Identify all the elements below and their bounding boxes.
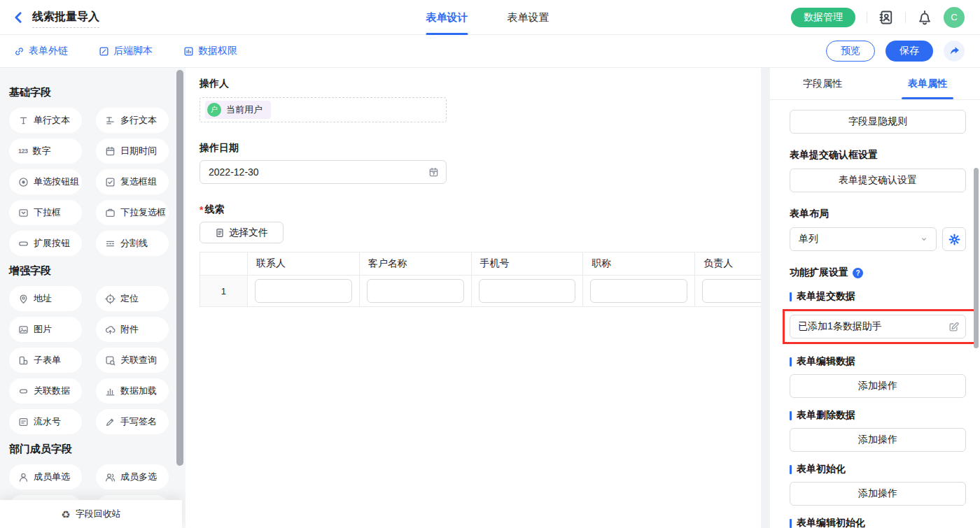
field-item-关联查询[interactable]: 关联查询	[96, 348, 169, 373]
field-item-关联数据[interactable]: 关联数据	[9, 378, 82, 404]
add-action-button-表单编辑数据[interactable]: 添加操作	[790, 374, 966, 398]
body: 基础字段单行文本多行文本123数字日期时间单选按钮组复选框组下拉框下拉复选框扩展…	[0, 68, 980, 528]
clue-table: 联系人客户名称手机号职称负责人1	[200, 252, 761, 307]
field-item-子表单[interactable]: 子表单	[9, 348, 82, 373]
ext-section-title-表单编辑数据: 表单编辑数据	[790, 355, 966, 368]
ext-section-title-表单删除数据: 表单删除数据	[790, 409, 966, 422]
field-item-多行文本[interactable]: 多行文本	[96, 108, 169, 133]
radio-icon	[18, 177, 29, 187]
field-item-分割线[interactable]: 分割线	[96, 231, 169, 256]
toolbar-links: 表单外链后端脚本数据权限	[14, 45, 237, 57]
user-avatar[interactable]: C	[944, 7, 965, 28]
current-user-tag: 户 当前用户	[205, 101, 271, 119]
field-item-手写签名[interactable]: 手写签名	[96, 409, 169, 434]
checkbox-icon	[105, 177, 115, 187]
field-visibility-rules-button[interactable]: 字段显隐规则	[790, 110, 966, 134]
header-tab-表单设置[interactable]: 表单设置	[507, 0, 549, 35]
chart-icon	[105, 386, 115, 397]
field-sidebar: 基础字段单行文本多行文本123数字日期时间单选按钮组复选框组下拉框下拉复选框扩展…	[0, 68, 186, 528]
field-item-图片[interactable]: 图片	[9, 317, 82, 342]
field-item-数字[interactable]: 123数字	[9, 138, 82, 164]
submit-confirm-settings-button[interactable]: 表单提交确认设置	[790, 169, 966, 192]
permission-icon	[183, 46, 194, 57]
date-field-input[interactable]: 2022-12-30	[200, 160, 447, 184]
page-title[interactable]: 线索批量导入	[32, 10, 99, 28]
field-item-label: 定位	[120, 292, 139, 305]
field-item-label: 单行文本	[34, 114, 70, 127]
field-item-label: 附件	[120, 323, 139, 336]
field-recycle-button[interactable]: ♻ 字段回收站	[0, 500, 182, 528]
field-item-扩展按钮[interactable]: 扩展按钮	[9, 231, 82, 256]
field-item-下拉框[interactable]: 下拉框	[9, 200, 82, 225]
sidebar-scrollbar[interactable]	[176, 70, 183, 466]
file-icon	[215, 228, 225, 238]
app-header: 线索批量导入 表单设计表单设置 数据管理 C	[0, 0, 980, 35]
layout-settings-button[interactable]	[942, 227, 966, 251]
add-action-button-表单删除数据[interactable]: 添加操作	[790, 428, 966, 452]
data-manage-button[interactable]: 数据管理	[791, 8, 855, 27]
field-item-下拉复选框[interactable]: 下拉复选框	[96, 200, 169, 225]
ext-section-title-表单编辑初始化: 表单编辑初始化	[790, 517, 966, 528]
share-button[interactable]	[944, 41, 965, 62]
notification-bell-icon[interactable]	[917, 10, 932, 25]
back-button[interactable]	[11, 10, 25, 24]
choose-file-button[interactable]: 选择文件	[200, 222, 284, 243]
toolbar-link-数据权限[interactable]: 数据权限	[183, 45, 237, 57]
field-item-label: 多行文本	[120, 114, 157, 127]
date-value: 2022-12-30	[209, 166, 259, 178]
table-cell-input[interactable]	[702, 279, 761, 303]
header-tab-表单设计[interactable]: 表单设计	[426, 0, 468, 35]
field-item-单行文本[interactable]: 单行文本	[9, 108, 82, 133]
field-item-数据加载[interactable]: 数据加载	[96, 378, 169, 404]
table-cell-input[interactable]	[479, 279, 576, 303]
extension-sections: 表单提交数据已添加1条数据助手表单编辑数据添加操作表单删除数据添加操作表单初始化…	[790, 290, 966, 528]
panel-tab-表单属性[interactable]: 表单属性	[875, 68, 980, 99]
divider	[867, 12, 867, 23]
table-cell-input[interactable]	[367, 279, 464, 303]
preview-button[interactable]: 预览	[826, 41, 875, 62]
field-item-日期时间[interactable]: 日期时间	[96, 138, 169, 164]
field-item-成员多选[interactable]: 成员多选	[96, 464, 169, 490]
sidebar-group-title: 基础字段	[9, 86, 186, 99]
table-row-number: 1	[200, 276, 248, 307]
link-icon	[14, 46, 24, 57]
field-item-定位[interactable]: 定位	[96, 286, 169, 311]
calendar-icon	[428, 167, 439, 178]
table-col-header-负责人: 负责人	[695, 252, 761, 276]
field-item-label: 数据加载	[120, 385, 157, 397]
field-item-单选按钮组[interactable]: 单选按钮组	[9, 169, 82, 194]
save-button[interactable]: 保存	[886, 41, 933, 62]
field-item-地址[interactable]: 地址	[9, 286, 82, 311]
toolbar-link-label: 数据权限	[198, 45, 237, 57]
layout-select[interactable]: 单列	[790, 227, 937, 251]
header-tabs: 表单设计表单设置	[426, 0, 549, 35]
help-question-icon[interactable]: ?	[853, 268, 863, 278]
panel-tab-字段属性[interactable]: 字段属性	[770, 68, 875, 99]
field-item-label: 下拉框	[34, 206, 61, 219]
address-book-icon[interactable]	[878, 10, 894, 25]
field-item-label: 成员多选	[120, 471, 157, 483]
header-right: 数据管理 C	[791, 7, 980, 28]
sidebar-group-title: 增强字段	[9, 264, 186, 278]
field-item-label: 成员单选	[34, 471, 70, 483]
field-item-流水号[interactable]: 流水号	[9, 409, 82, 434]
edit-icon[interactable]	[948, 322, 959, 332]
field-item-复选框组[interactable]: 复选框组	[96, 169, 169, 194]
chevron-left-icon	[11, 10, 25, 24]
field-item-附件[interactable]: 附件	[96, 317, 169, 342]
table-cell-input[interactable]	[255, 279, 352, 303]
clue-table-wrap: 联系人客户名称手机号职称负责人1	[200, 252, 761, 307]
panel-scrollbar[interactable]	[974, 168, 979, 348]
field-item-label: 手写签名	[120, 415, 157, 428]
table-cell-input[interactable]	[590, 279, 687, 303]
toolbar-link-后端脚本[interactable]: 后端脚本	[99, 45, 153, 57]
field-item-成员单选[interactable]: 成员单选	[9, 464, 82, 490]
properties-panel: 字段属性表单属性 字段显隐规则 表单提交确认框设置 表单提交确认设置 表单布局 …	[770, 68, 980, 528]
add-action-button-表单初始化[interactable]: 添加操作	[790, 482, 966, 506]
panel-tabs: 字段属性表单属性	[770, 68, 980, 100]
operator-field[interactable]: 户 当前用户	[200, 97, 447, 122]
data-assistant-added-box[interactable]: 已添加1条数据助手	[790, 315, 966, 338]
current-user-avatar: 户	[207, 103, 221, 117]
toggle-icon	[18, 238, 29, 249]
toolbar-link-表单外链[interactable]: 表单外链	[14, 45, 68, 57]
